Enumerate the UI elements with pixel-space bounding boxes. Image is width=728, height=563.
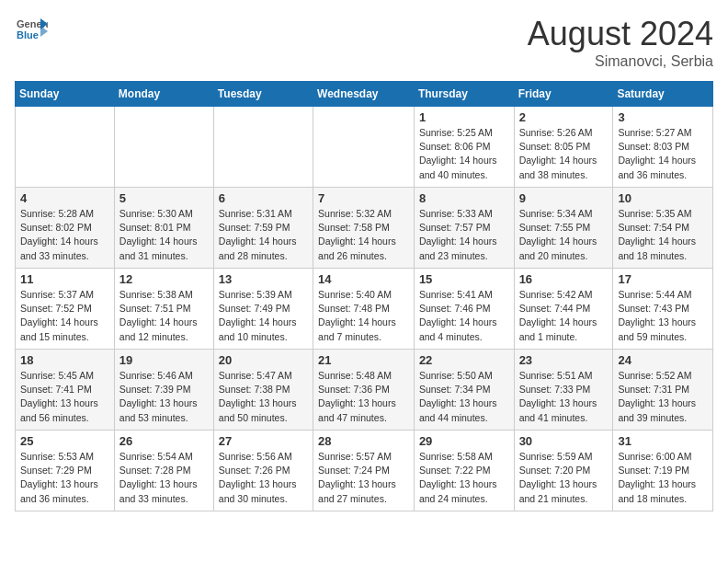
day-info: Sunrise: 5:47 AM Sunset: 7:38 PM Dayligh… bbox=[219, 369, 308, 425]
weekday-header: Friday bbox=[514, 82, 613, 107]
calendar-cell: 12Sunrise: 5:38 AM Sunset: 7:51 PM Dayli… bbox=[114, 269, 213, 350]
calendar-cell: 1Sunrise: 5:25 AM Sunset: 8:06 PM Daylig… bbox=[414, 107, 514, 188]
day-number: 13 bbox=[219, 272, 308, 286]
calendar-cell: 14Sunrise: 5:40 AM Sunset: 7:48 PM Dayli… bbox=[313, 269, 415, 350]
calendar-week-row: 11Sunrise: 5:37 AM Sunset: 7:52 PM Dayli… bbox=[16, 269, 713, 350]
day-info: Sunrise: 5:34 AM Sunset: 7:55 PM Dayligh… bbox=[519, 207, 609, 263]
calendar-cell bbox=[114, 107, 213, 188]
calendar-cell: 22Sunrise: 5:50 AM Sunset: 7:34 PM Dayli… bbox=[414, 350, 514, 431]
calendar-cell: 26Sunrise: 5:54 AM Sunset: 7:28 PM Dayli… bbox=[114, 431, 213, 511]
calendar-cell: 28Sunrise: 5:57 AM Sunset: 7:24 PM Dayli… bbox=[313, 431, 415, 511]
day-info: Sunrise: 5:48 AM Sunset: 7:36 PM Dayligh… bbox=[318, 369, 409, 425]
day-info: Sunrise: 5:32 AM Sunset: 7:58 PM Dayligh… bbox=[318, 207, 409, 263]
day-info: Sunrise: 5:35 AM Sunset: 7:54 PM Dayligh… bbox=[618, 207, 708, 263]
day-info: Sunrise: 5:31 AM Sunset: 7:59 PM Dayligh… bbox=[219, 207, 308, 263]
day-info: Sunrise: 5:30 AM Sunset: 8:01 PM Dayligh… bbox=[119, 207, 209, 263]
calendar-week-row: 1Sunrise: 5:25 AM Sunset: 8:06 PM Daylig… bbox=[16, 107, 713, 188]
weekday-header: Sunday bbox=[16, 82, 115, 107]
calendar-cell: 5Sunrise: 5:30 AM Sunset: 8:01 PM Daylig… bbox=[114, 188, 213, 269]
day-number: 20 bbox=[219, 353, 308, 367]
day-info: Sunrise: 6:00 AM Sunset: 7:19 PM Dayligh… bbox=[618, 450, 708, 506]
weekday-header: Monday bbox=[114, 82, 213, 107]
svg-text:Blue: Blue bbox=[17, 29, 39, 40]
day-number: 31 bbox=[618, 434, 708, 448]
calendar-cell: 21Sunrise: 5:48 AM Sunset: 7:36 PM Dayli… bbox=[313, 350, 415, 431]
calendar-cell: 11Sunrise: 5:37 AM Sunset: 7:52 PM Dayli… bbox=[16, 269, 115, 350]
day-info: Sunrise: 5:33 AM Sunset: 7:57 PM Dayligh… bbox=[419, 207, 509, 263]
day-info: Sunrise: 5:37 AM Sunset: 7:52 PM Dayligh… bbox=[20, 288, 109, 344]
day-number: 14 bbox=[318, 272, 409, 286]
day-info: Sunrise: 5:52 AM Sunset: 7:31 PM Dayligh… bbox=[618, 369, 708, 425]
day-info: Sunrise: 5:45 AM Sunset: 7:41 PM Dayligh… bbox=[20, 369, 109, 425]
day-number: 19 bbox=[119, 353, 209, 367]
calendar-cell: 24Sunrise: 5:52 AM Sunset: 7:31 PM Dayli… bbox=[613, 350, 713, 431]
day-info: Sunrise: 5:54 AM Sunset: 7:28 PM Dayligh… bbox=[119, 450, 209, 506]
weekday-header-row: SundayMondayTuesdayWednesdayThursdayFrid… bbox=[16, 82, 713, 107]
day-number: 10 bbox=[618, 191, 708, 205]
page-header: General Blue August 2024 Simanovci, Serb… bbox=[15, 15, 713, 70]
weekday-header: Saturday bbox=[613, 82, 713, 107]
calendar-cell: 16Sunrise: 5:42 AM Sunset: 7:44 PM Dayli… bbox=[514, 269, 613, 350]
day-info: Sunrise: 5:56 AM Sunset: 7:26 PM Dayligh… bbox=[219, 450, 308, 506]
day-number: 24 bbox=[618, 353, 708, 367]
calendar-cell: 17Sunrise: 5:44 AM Sunset: 7:43 PM Dayli… bbox=[613, 269, 713, 350]
calendar-cell: 7Sunrise: 5:32 AM Sunset: 7:58 PM Daylig… bbox=[313, 188, 415, 269]
day-info: Sunrise: 5:41 AM Sunset: 7:46 PM Dayligh… bbox=[419, 288, 509, 344]
day-number: 1 bbox=[419, 110, 509, 124]
calendar-cell: 13Sunrise: 5:39 AM Sunset: 7:49 PM Dayli… bbox=[213, 269, 313, 350]
calendar-cell: 29Sunrise: 5:58 AM Sunset: 7:22 PM Dayli… bbox=[414, 431, 514, 511]
day-number: 15 bbox=[419, 272, 509, 286]
calendar-cell: 25Sunrise: 5:53 AM Sunset: 7:29 PM Dayli… bbox=[16, 431, 115, 511]
calendar-cell: 9Sunrise: 5:34 AM Sunset: 7:55 PM Daylig… bbox=[514, 188, 613, 269]
calendar-cell: 6Sunrise: 5:31 AM Sunset: 7:59 PM Daylig… bbox=[213, 188, 313, 269]
day-number: 17 bbox=[618, 272, 708, 286]
day-number: 8 bbox=[419, 191, 509, 205]
weekday-header: Thursday bbox=[414, 82, 514, 107]
day-number: 3 bbox=[618, 110, 708, 124]
day-info: Sunrise: 5:42 AM Sunset: 7:44 PM Dayligh… bbox=[519, 288, 609, 344]
day-number: 30 bbox=[519, 434, 609, 448]
calendar-table: SundayMondayTuesdayWednesdayThursdayFrid… bbox=[15, 81, 713, 511]
day-number: 27 bbox=[219, 434, 308, 448]
day-number: 12 bbox=[119, 272, 209, 286]
day-number: 11 bbox=[20, 272, 109, 286]
calendar-body: 1Sunrise: 5:25 AM Sunset: 8:06 PM Daylig… bbox=[16, 107, 713, 511]
day-info: Sunrise: 5:46 AM Sunset: 7:39 PM Dayligh… bbox=[119, 369, 209, 425]
day-number: 18 bbox=[20, 353, 109, 367]
calendar-week-row: 4Sunrise: 5:28 AM Sunset: 8:02 PM Daylig… bbox=[16, 188, 713, 269]
calendar-cell: 20Sunrise: 5:47 AM Sunset: 7:38 PM Dayli… bbox=[213, 350, 313, 431]
calendar-cell: 31Sunrise: 6:00 AM Sunset: 7:19 PM Dayli… bbox=[613, 431, 713, 511]
day-number: 28 bbox=[318, 434, 409, 448]
calendar-header: SundayMondayTuesdayWednesdayThursdayFrid… bbox=[16, 82, 713, 107]
calendar-cell: 15Sunrise: 5:41 AM Sunset: 7:46 PM Dayli… bbox=[414, 269, 514, 350]
weekday-header: Tuesday bbox=[213, 82, 313, 107]
calendar-cell: 23Sunrise: 5:51 AM Sunset: 7:33 PM Dayli… bbox=[514, 350, 613, 431]
day-info: Sunrise: 5:28 AM Sunset: 8:02 PM Dayligh… bbox=[20, 207, 109, 263]
day-info: Sunrise: 5:39 AM Sunset: 7:49 PM Dayligh… bbox=[219, 288, 308, 344]
day-number: 4 bbox=[20, 191, 109, 205]
day-info: Sunrise: 5:40 AM Sunset: 7:48 PM Dayligh… bbox=[318, 288, 409, 344]
day-number: 9 bbox=[519, 191, 609, 205]
day-number: 29 bbox=[419, 434, 509, 448]
calendar-cell: 18Sunrise: 5:45 AM Sunset: 7:41 PM Dayli… bbox=[16, 350, 115, 431]
day-info: Sunrise: 5:26 AM Sunset: 8:05 PM Dayligh… bbox=[519, 126, 609, 182]
day-number: 6 bbox=[219, 191, 308, 205]
calendar-week-row: 18Sunrise: 5:45 AM Sunset: 7:41 PM Dayli… bbox=[16, 350, 713, 431]
calendar-cell: 10Sunrise: 5:35 AM Sunset: 7:54 PM Dayli… bbox=[613, 188, 713, 269]
day-number: 21 bbox=[318, 353, 409, 367]
calendar-cell: 27Sunrise: 5:56 AM Sunset: 7:26 PM Dayli… bbox=[213, 431, 313, 511]
day-number: 16 bbox=[519, 272, 609, 286]
location: Simanovci, Serbia bbox=[528, 53, 713, 70]
day-number: 7 bbox=[318, 191, 409, 205]
day-info: Sunrise: 5:38 AM Sunset: 7:51 PM Dayligh… bbox=[119, 288, 209, 344]
day-number: 26 bbox=[119, 434, 209, 448]
weekday-header: Wednesday bbox=[313, 82, 415, 107]
day-info: Sunrise: 5:25 AM Sunset: 8:06 PM Dayligh… bbox=[419, 126, 509, 182]
day-info: Sunrise: 5:59 AM Sunset: 7:20 PM Dayligh… bbox=[519, 450, 609, 506]
day-number: 5 bbox=[119, 191, 209, 205]
calendar-cell: 19Sunrise: 5:46 AM Sunset: 7:39 PM Dayli… bbox=[114, 350, 213, 431]
title-block: August 2024 Simanovci, Serbia bbox=[528, 15, 713, 70]
calendar-cell: 3Sunrise: 5:27 AM Sunset: 8:03 PM Daylig… bbox=[613, 107, 713, 188]
calendar-cell: 4Sunrise: 5:28 AM Sunset: 8:02 PM Daylig… bbox=[16, 188, 115, 269]
day-info: Sunrise: 5:53 AM Sunset: 7:29 PM Dayligh… bbox=[20, 450, 109, 506]
